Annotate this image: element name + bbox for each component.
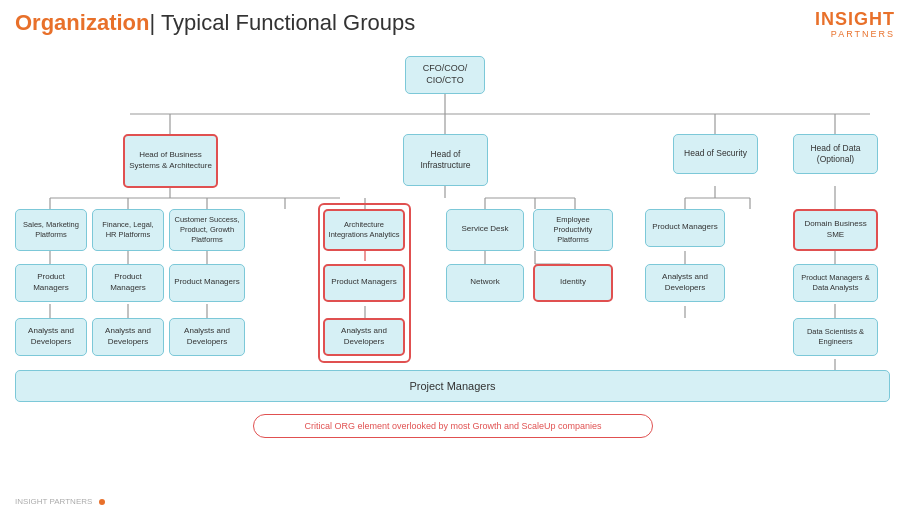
page-title: Organization| Typical Functional Groups xyxy=(15,10,415,36)
pm-data-box: Product Managers & Data Analysts xyxy=(793,264,878,302)
logo: INSIGHT PARTNERS xyxy=(815,10,895,40)
analysts-security-box: Analysts and Developers xyxy=(645,264,725,302)
pm1-box: Product Managers xyxy=(15,264,87,302)
network-box: Network xyxy=(446,264,524,302)
page: Organization| Typical Functional Groups … xyxy=(0,0,910,512)
ad3-box: Analysts and Developers xyxy=(169,318,245,356)
header: Organization| Typical Functional Groups … xyxy=(15,10,895,40)
service-desk-box: Service Desk xyxy=(446,209,524,251)
critical-note: Critical ORG element overlooked by most … xyxy=(253,414,653,438)
data-scientists-box: Data Scientists & Engineers xyxy=(793,318,878,356)
cfo-box: CFO/COO/ CIO/CTO xyxy=(405,56,485,94)
connector-lines xyxy=(15,46,895,466)
domain-box: Domain Business SME xyxy=(793,209,878,251)
identity-box: Identity xyxy=(533,264,613,302)
title-orange: Organization xyxy=(15,10,149,35)
title-rest: | Typical Functional Groups xyxy=(149,10,415,35)
footer: INSIGHT PARTNERS xyxy=(15,497,105,506)
logo-insight: INSIGHT xyxy=(815,10,895,30)
footer-dot xyxy=(99,499,105,505)
customer-box: Customer Success, Product, Growth Platfo… xyxy=(169,209,245,251)
project-managers-bar: Project Managers xyxy=(15,370,890,402)
org-chart: CFO/COO/ CIO/CTO Head of Business System… xyxy=(15,46,895,466)
ad1-box: Analysts and Developers xyxy=(15,318,87,356)
pm4-box: Product Managers xyxy=(323,264,405,302)
head-data-box: Head of Data (Optional) xyxy=(793,134,878,174)
pm3-box: Product Managers xyxy=(169,264,245,302)
logo-partners: PARTNERS xyxy=(815,30,895,40)
head-security-box: Head of Security xyxy=(673,134,758,174)
head-bs-box: Head of Business Systems & Architecture xyxy=(123,134,218,188)
pm2-box: Product Managers xyxy=(92,264,164,302)
head-infra-box: Head of Infrastructure xyxy=(403,134,488,186)
finance-box: Finance, Legal, HR Platforms xyxy=(92,209,164,251)
emp-prod-box: Employee Productivity Platforms xyxy=(533,209,613,251)
sales-box: Sales, Marketing Platforms xyxy=(15,209,87,251)
ad4-box: Analysts and Developers xyxy=(323,318,405,356)
pm-security-box: Product Managers xyxy=(645,209,725,247)
arch-box: Architecture Integrations Analytics xyxy=(323,209,405,251)
ad2-box: Analysts and Developers xyxy=(92,318,164,356)
